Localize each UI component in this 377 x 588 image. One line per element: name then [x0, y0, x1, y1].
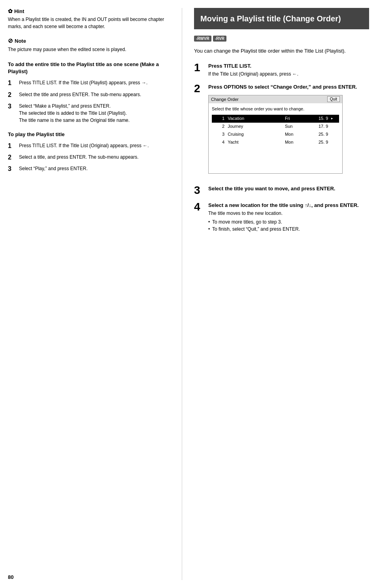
table-cell-num2: 25. 9 [308, 138, 330, 146]
section-heading: Moving a Playlist title (Change Order) [200, 13, 363, 24]
table-cell-title: Yacht [226, 138, 283, 146]
step-content-1: Press TITLE LIST. If the Title List (Ori… [208, 62, 369, 78]
section2-steps: 1 Press TITLE LIST. If the Title List (O… [8, 142, 170, 173]
note-title: ⊘ Note [8, 37, 170, 44]
table-cell-day: Mon [283, 138, 308, 146]
hint-title: ✿ Hint [8, 8, 170, 14]
hint-label: Hint [14, 8, 24, 14]
dialog-body: Select the title whose order you want to… [209, 103, 342, 173]
badge-rwvr: -RWVR [194, 36, 211, 42]
step-item: 3 Select “Make a Playlist,” and press EN… [8, 102, 170, 124]
step4-bullets: To move more titles, go to step 3. To fi… [208, 218, 369, 233]
table-row: 4 Yacht Mon 25. 9 [212, 138, 339, 146]
table-cell-num2: 15. 9 [308, 115, 330, 123]
step-number-1: 1 [194, 62, 204, 73]
section2-heading: To play the Playlist title [8, 131, 170, 138]
step2-bold: Press OPTIONS to select “Change Order,” … [208, 84, 357, 90]
intro-text: You can change the Playlist title order … [194, 47, 369, 55]
table-row-empty [212, 154, 339, 162]
step1-bold: Press TITLE LIST. [208, 63, 251, 69]
table-cell-arrow: ▸ [330, 115, 339, 123]
table-cell-num: 4 [212, 138, 226, 146]
left-column: ✿ Hint When a Playlist title is created,… [8, 8, 182, 580]
step-number-3: 3 [194, 185, 204, 196]
section-add-playlist: To add the entire title to the Playlist … [8, 61, 170, 124]
step-content: Select “Make a Playlist,” and press ENTE… [19, 102, 170, 124]
step-number-2: 2 [194, 83, 204, 94]
table-cell-day: Sun [283, 123, 308, 131]
step-number: 2 [8, 154, 15, 161]
step-content: Select the title and press ENTER. The su… [19, 91, 170, 98]
table-row-empty [212, 146, 339, 154]
step4-subtext: The title moves to the new location. [208, 210, 369, 217]
section1-heading: To add the entire title to the Playlist … [8, 61, 170, 75]
step-content-4: Select a new location for the title usin… [208, 201, 369, 233]
step-number-4: 4 [194, 201, 204, 212]
step-content: Press TITLE LIST. If the Title List (Pla… [19, 79, 170, 86]
table-cell-num: 3 [212, 131, 226, 138]
step-item: 2 Select the title and press ENTER. The … [8, 91, 170, 99]
step3-bold: Select the title you want to move, and p… [208, 186, 335, 192]
dialog-table: 1 Vacation Fri 15. 9 ▸ 2 J [212, 115, 339, 170]
empty-row [212, 162, 339, 170]
section-play-playlist: To play the Playlist title 1 Press TITLE… [8, 131, 170, 173]
note-text: The picture may pause when the edited sc… [8, 46, 170, 53]
table-cell-arrow [330, 131, 339, 138]
right-step-1: 1 Press TITLE LIST. If the Title List (O… [194, 62, 369, 78]
table-cell-num2: 17. 9 [308, 123, 330, 131]
format-badges: -RWVR -RVR [194, 36, 369, 42]
right-step-2: 2 Press OPTIONS to select “Change Order,… [194, 83, 369, 179]
table-cell-num2: 25. 9 [308, 131, 330, 138]
table-row: 3 Cruising Mon 25. 9 [212, 131, 339, 138]
table-cell-title: Vacation [226, 115, 283, 123]
step-content: Press TITLE LIST. If the Title List (Ori… [19, 142, 170, 149]
step-number: 1 [8, 79, 15, 87]
right-column: Moving a Playlist title (Change Order) -… [182, 8, 369, 580]
step-number: 3 [8, 165, 15, 173]
table-cell-title: Journey [226, 123, 283, 131]
right-step-3: 3 Select the title you want to move, and… [194, 185, 369, 196]
page-number: 80 [8, 574, 13, 580]
dialog-title: Change Order [211, 96, 239, 103]
table-row-empty [212, 162, 339, 170]
hint-icon: ✿ [8, 8, 13, 14]
right-step-4: 4 Select a new location for the title us… [194, 201, 369, 233]
note-icon: ⊘ [8, 37, 13, 44]
step-item: 3 Select “Play,” and press ENTER. [8, 165, 170, 173]
section1-steps: 1 Press TITLE LIST. If the Title List (P… [8, 79, 170, 123]
step-content-3: Select the title you want to move, and p… [208, 185, 369, 193]
empty-row [212, 146, 339, 154]
hint-text: When a Playlist title is created, the IN… [8, 16, 170, 30]
bullet-item: To move more titles, go to step 3. [208, 218, 369, 226]
bullet-item: To finish, select “Quit,” and press ENTE… [208, 226, 369, 233]
table-row: 1 Vacation Fri 15. 9 ▸ [212, 115, 339, 123]
section-heading-box: Moving a Playlist title (Change Order) [194, 8, 369, 29]
step-number: 1 [8, 142, 15, 150]
step1-subtext: If the Title List (Original) appears, pr… [208, 70, 369, 78]
dialog-quit-button[interactable]: Quit [327, 96, 340, 102]
step-content: Select a title, and press ENTER. The sub… [19, 154, 170, 161]
step-content-2: Press OPTIONS to select “Change Order,” … [208, 83, 369, 179]
step-item: 1 Press TITLE LIST. If the Title List (O… [8, 142, 170, 150]
hint-section: ✿ Hint When a Playlist title is created,… [8, 8, 170, 30]
step-content: Select “Play,” and press ENTER. [19, 165, 170, 172]
table-cell-num: 2 [212, 123, 226, 131]
note-label: Note [15, 38, 26, 44]
step-item: 1 Press TITLE LIST. If the Title List (P… [8, 79, 170, 87]
step-item: 2 Select a title, and press ENTER. The s… [8, 154, 170, 161]
table-cell-title: Cruising [226, 131, 283, 138]
table-cell-day: Mon [283, 131, 308, 138]
table-cell-day: Fri [283, 115, 308, 123]
empty-row [212, 154, 339, 162]
change-order-dialog: Change Order Quit Select the title whose… [208, 95, 343, 174]
table-cell-num: 1 [212, 115, 226, 123]
step-number: 2 [8, 91, 15, 99]
table-cell-arrow [330, 138, 339, 146]
right-steps: 1 Press TITLE LIST. If the Title List (O… [194, 62, 369, 233]
badge-rvr: -RVR [213, 36, 226, 42]
table-row: 2 Journey Sun 17. 9 [212, 123, 339, 131]
dialog-instruction: Select the title whose order you want to… [212, 105, 339, 113]
step4-bold: Select a new location for the title usin… [208, 202, 359, 208]
dialog-titlebar: Change Order Quit [209, 95, 342, 104]
table-cell-arrow [330, 123, 339, 131]
